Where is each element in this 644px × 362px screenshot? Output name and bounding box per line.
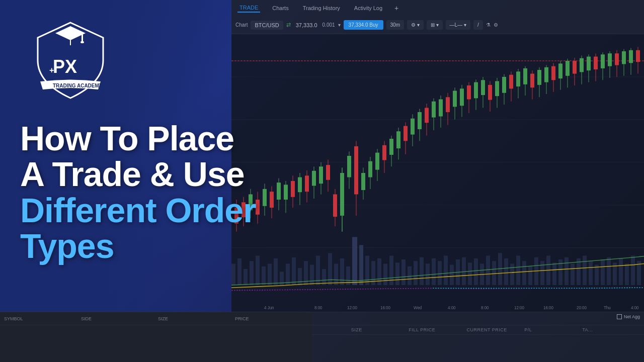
svg-rect-72 bbox=[625, 263, 629, 285]
col-size: Size bbox=[351, 327, 409, 332]
svg-rect-152 bbox=[502, 77, 506, 93]
dropdown-arrow: ▾ bbox=[338, 22, 341, 28]
svg-rect-41 bbox=[438, 261, 442, 285]
buy-button[interactable]: 37,334.0 Buy bbox=[344, 20, 383, 30]
svg-rect-160 bbox=[530, 74, 534, 88]
net-aggregate-checkbox[interactable] bbox=[617, 314, 622, 319]
svg-text:12:00: 12:00 bbox=[347, 305, 357, 310]
svg-rect-12 bbox=[262, 266, 266, 285]
title-line1: How To Place bbox=[20, 121, 322, 156]
indicators-button[interactable]: ⚙ ▾ bbox=[407, 20, 424, 30]
col-pl: P/L bbox=[524, 327, 582, 332]
svg-rect-142 bbox=[467, 85, 471, 100]
svg-rect-186 bbox=[622, 51, 626, 64]
svg-rect-112 bbox=[361, 173, 365, 190]
svg-rect-22 bbox=[322, 269, 326, 285]
chart-label: Chart bbox=[235, 22, 248, 28]
bl-col-side: Side bbox=[81, 316, 154, 321]
svg-rect-118 bbox=[382, 145, 386, 160]
svg-rect-176 bbox=[587, 57, 591, 71]
svg-rect-154 bbox=[509, 75, 513, 89]
svg-text:Thu: Thu bbox=[604, 305, 611, 310]
svg-rect-50 bbox=[492, 261, 496, 285]
svg-rect-168 bbox=[558, 63, 562, 78]
col-current-price: Current Price bbox=[466, 327, 524, 332]
svg-rect-56 bbox=[528, 266, 532, 285]
svg-text:4 Jun: 4 Jun bbox=[264, 305, 274, 310]
drawing-button[interactable]: —L— ▾ bbox=[446, 20, 470, 30]
svg-rect-134 bbox=[439, 100, 443, 117]
svg-rect-36 bbox=[408, 266, 412, 285]
svg-rect-130 bbox=[425, 108, 429, 123]
svg-rect-180 bbox=[601, 54, 605, 68]
svg-rect-164 bbox=[544, 67, 548, 82]
symbol-selector[interactable]: BTC/USD bbox=[251, 21, 283, 30]
svg-rect-136 bbox=[446, 97, 450, 112]
top-nav: TRADE Charts Trading History Activity Lo… bbox=[231, 0, 644, 16]
svg-rect-71 bbox=[619, 258, 623, 285]
svg-rect-144 bbox=[474, 82, 478, 99]
svg-text:4:00: 4:00 bbox=[631, 305, 639, 310]
net-aggregate: Net Agg bbox=[617, 314, 640, 319]
exchange-icon: ⇄ bbox=[286, 22, 291, 28]
tab-trading-history[interactable]: Trading History bbox=[301, 4, 342, 12]
svg-rect-122 bbox=[396, 131, 400, 148]
title-line2: A Trade & Use bbox=[20, 156, 322, 192]
svg-rect-106 bbox=[340, 173, 344, 216]
svg-text:16:00: 16:00 bbox=[380, 305, 390, 310]
bl-col-symbol: Symbol bbox=[4, 316, 77, 321]
svg-rect-42 bbox=[444, 256, 448, 285]
svg-rect-47 bbox=[474, 258, 478, 285]
svg-text:4:00: 4:00 bbox=[448, 305, 456, 310]
layout-button[interactable]: ⊞ ▾ bbox=[427, 20, 443, 30]
svg-rect-40 bbox=[432, 258, 436, 285]
svg-rect-65 bbox=[583, 256, 587, 285]
svg-rect-124 bbox=[404, 126, 408, 141]
svg-rect-172 bbox=[573, 61, 577, 73]
svg-rect-38 bbox=[420, 257, 424, 285]
svg-rect-7 bbox=[231, 263, 235, 285]
svg-rect-166 bbox=[551, 66, 555, 80]
tab-charts[interactable]: Charts bbox=[270, 4, 290, 12]
bl-col-size: Size bbox=[158, 316, 231, 321]
svg-rect-114 bbox=[368, 161, 372, 177]
svg-text:16:00: 16:00 bbox=[543, 305, 553, 310]
logo-svg: PX + TRADING ACADEMY bbox=[25, 15, 116, 106]
svg-text:8:00: 8:00 bbox=[314, 305, 323, 310]
svg-rect-28 bbox=[359, 245, 363, 285]
line-tool[interactable]: / bbox=[473, 20, 483, 30]
svg-text:20:00: 20:00 bbox=[577, 305, 587, 310]
svg-rect-116 bbox=[375, 153, 379, 170]
tab-activity-log[interactable]: Activity Log bbox=[352, 4, 384, 12]
svg-rect-126 bbox=[411, 119, 415, 135]
svg-rect-69 bbox=[607, 257, 611, 285]
qty-display: 0.001 bbox=[323, 22, 335, 28]
col-ta: Ta... bbox=[582, 327, 640, 332]
svg-text:TRADING ACADEMY: TRADING ACADEMY bbox=[53, 83, 103, 88]
svg-rect-178 bbox=[594, 57, 598, 69]
svg-rect-138 bbox=[453, 91, 457, 107]
svg-rect-63 bbox=[571, 263, 575, 285]
tab-trade[interactable]: TRADE bbox=[237, 4, 260, 13]
svg-rect-20 bbox=[310, 265, 314, 285]
svg-rect-188 bbox=[629, 50, 633, 63]
svg-rect-204 bbox=[82, 33, 83, 42]
settings-icon[interactable]: ⚙ bbox=[494, 22, 498, 28]
svg-rect-27 bbox=[352, 237, 357, 285]
timeframe-selector[interactable]: 30m bbox=[386, 20, 404, 30]
svg-rect-68 bbox=[601, 259, 605, 285]
toolbar: Chart BTC/USD ⇄ 37,333.0 0.001 ▾ 37,334.… bbox=[231, 16, 644, 34]
svg-rect-146 bbox=[481, 80, 485, 95]
svg-rect-73 bbox=[631, 256, 635, 285]
flask-icon[interactable]: ⚗ bbox=[486, 22, 491, 28]
add-tab-button[interactable]: + bbox=[394, 4, 398, 12]
svg-rect-10 bbox=[250, 261, 254, 285]
svg-rect-43 bbox=[450, 265, 454, 285]
svg-text:PX: PX bbox=[53, 56, 77, 77]
svg-rect-55 bbox=[522, 261, 526, 285]
svg-rect-24 bbox=[334, 263, 338, 285]
svg-rect-67 bbox=[595, 265, 599, 285]
svg-rect-35 bbox=[401, 259, 406, 285]
svg-rect-182 bbox=[608, 53, 612, 66]
svg-rect-34 bbox=[395, 262, 399, 285]
